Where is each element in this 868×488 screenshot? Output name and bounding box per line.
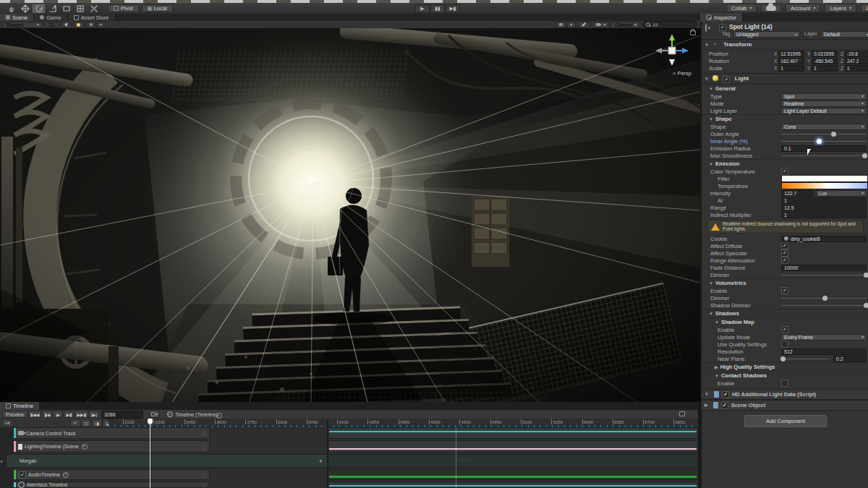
range-attenuation-checkbox[interactable]: ✓ <box>781 257 788 264</box>
enable-checkbox[interactable]: ✓ <box>781 326 788 333</box>
cloud-button[interactable] <box>761 4 781 12</box>
mode-dropdown[interactable]: Realtime▾ <box>781 100 867 107</box>
layer-dropdown[interactable]: Default▾ <box>821 31 868 38</box>
slider-thumb[interactable] <box>862 153 867 158</box>
max-smoothness-slider[interactable] <box>781 153 867 159</box>
light-header[interactable]: Light <box>735 75 749 82</box>
range-field[interactable]: 12.5 <box>781 205 867 211</box>
fade-distance-field[interactable]: 10000 <box>781 265 867 271</box>
track-menu-icon[interactable]: ⋮ <box>201 430 206 436</box>
fold-icon[interactable]: ▶ <box>715 365 718 369</box>
intensity-field[interactable]: 122.7 <box>781 190 813 197</box>
preview-toggle[interactable]: Preview <box>2 411 27 418</box>
cookie-object-field[interactable]: dirty_cookieB <box>781 236 867 242</box>
curves-view-icon[interactable]: ≈ <box>70 419 80 427</box>
account-dropdown[interactable]: Account ▾ <box>786 4 820 12</box>
tab-timeline[interactable]: Timeline <box>0 402 40 410</box>
shape-dropdown[interactable]: Cone▾ <box>781 124 867 130</box>
previous-frame-button[interactable]: ▮◀ <box>42 411 52 418</box>
enable-checkbox[interactable]: ✓ <box>781 287 788 294</box>
track-mute-checkbox[interactable]: ✓ <box>19 471 26 479</box>
at-field[interactable]: 1 <box>781 197 867 204</box>
track-menu-icon[interactable]: ⋮ <box>201 482 206 488</box>
timeline-breadcrumb[interactable]: Timeline (Timeline) <box>164 411 218 417</box>
track-header-camera-control-track[interactable]: Camera Control Track⋮ <box>13 427 210 439</box>
track-clip-morgan[interactable]: ····· <box>329 454 697 468</box>
add-component-button[interactable]: Add Component <box>744 415 827 427</box>
custom-tool-icon[interactable] <box>88 4 100 13</box>
tab-game[interactable]: Game <box>34 14 67 21</box>
component-enable-checkbox[interactable]: ✓ <box>721 402 728 409</box>
timeline-options-button[interactable]: ▾ <box>149 411 160 418</box>
shadow-dimmer-slider[interactable] <box>781 302 867 309</box>
type-dropdown[interactable]: Spot▾ <box>781 93 867 100</box>
effects-dropdown[interactable]: 0 ▾ <box>86 22 106 28</box>
camera-view-dropdown[interactable]: ▾ <box>592 22 609 28</box>
fold-icon[interactable]: ▼ <box>709 117 713 121</box>
section-header-volumetrics[interactable]: ▼Volumetrics <box>702 278 868 287</box>
tag-dropdown[interactable]: Untagged▾ <box>733 31 800 38</box>
dimmer-slider[interactable] <box>781 295 867 301</box>
play-range-button[interactable]: [▶] <box>89 411 99 418</box>
slider-thumb[interactable] <box>822 296 827 301</box>
pivot-button[interactable]: Pivot <box>108 4 139 12</box>
fold-icon[interactable]: ▶ <box>705 401 708 410</box>
scale-tool-icon[interactable] <box>46 4 59 13</box>
near-plane-field[interactable]: 0.2 <box>833 356 867 362</box>
slider-thumb[interactable] <box>864 303 868 308</box>
track-settings-icon[interactable] <box>63 472 69 478</box>
section-header-contact-shadows[interactable]: ▼Contact Shadows <box>702 371 868 380</box>
position-x-field[interactable]: 12.51995 <box>778 51 804 57</box>
scale-z-field[interactable]: 1 <box>845 65 868 72</box>
frame-field[interactable]: 3286 <box>101 411 143 419</box>
track-clip-audiotimeline[interactable] <box>329 469 697 480</box>
hand-tool-icon[interactable] <box>5 4 17 13</box>
dimmer-slider[interactable] <box>781 272 867 278</box>
rotation-x-field[interactable]: 162.407 <box>778 58 804 64</box>
affect-diffuse-checkbox[interactable]: ✓ <box>781 242 788 249</box>
section-header-high-quality-settings[interactable]: ▶High Quality Settings <box>702 362 868 371</box>
inner-angle--slider[interactable] <box>781 138 867 145</box>
go-to-start-button[interactable]: ▮◀◀ <box>28 411 42 418</box>
rotation-y-field[interactable]: -450.545 <box>812 58 838 64</box>
timeline-gear-icon[interactable] <box>216 413 222 419</box>
affect-specular-checkbox[interactable]: ✓ <box>781 249 788 257</box>
play-button[interactable]: ▶ <box>415 4 430 13</box>
edit-mode-mix-icon[interactable]: ◫ <box>81 419 91 427</box>
scene-search-input[interactable]: All <box>642 21 697 28</box>
shading-mode-dropdown[interactable]: Shaded ▾ <box>2 22 43 28</box>
local-button[interactable]: Local <box>142 4 173 12</box>
track-menu-icon[interactable]: ⋮ <box>201 444 206 450</box>
2d-toggle[interactable]: 2D <box>45 22 59 28</box>
scene-lock-icon[interactable] <box>690 30 696 35</box>
scale-y-field[interactable]: 1 <box>812 65 838 72</box>
temperature-gradient-slider[interactable] <box>781 182 868 189</box>
camera-count-dropdown[interactable]: 1 ▾ <box>556 22 576 28</box>
fold-icon[interactable]: ▼ <box>715 374 719 378</box>
transform-fold-icon[interactable]: ▼ <box>705 43 709 47</box>
rect-tool-icon[interactable] <box>60 4 72 13</box>
section-header-general[interactable]: ▼General <box>702 84 868 93</box>
section-header-shadow-map[interactable]: ▼Shadow Map <box>702 317 868 326</box>
section-header-shape[interactable]: ▼Shape <box>702 114 868 123</box>
object-name[interactable]: Spot Light (14) <box>729 23 773 30</box>
layers-dropdown[interactable]: Layers ▾ <box>825 4 856 12</box>
transform-tool-icon[interactable] <box>74 4 86 13</box>
indirect-multiplier-field[interactable]: 1 <box>781 212 867 218</box>
object-enable-checkbox[interactable]: ✓ <box>719 24 726 31</box>
resolution-field[interactable]: 512 <box>781 348 867 355</box>
position-z-field[interactable]: -19.8 <box>845 51 868 57</box>
tab-inspector[interactable]: Inspector <box>700 13 743 22</box>
slider-thumb[interactable] <box>864 273 868 278</box>
track-header-alembics-timeline[interactable]: Alembics Timeline⋮ <box>13 481 210 488</box>
transform-header[interactable]: Transform <box>723 41 752 48</box>
near-plane-slider[interactable] <box>781 356 829 362</box>
tab-asset-store[interactable]: Asset Store <box>68 14 116 21</box>
position-y-field[interactable]: 0.021595 <box>812 51 838 57</box>
add-track-button[interactable]: +▾ <box>2 419 12 427</box>
playhead-line[interactable] <box>150 419 150 488</box>
lighting-toggle[interactable] <box>73 22 84 28</box>
layout-dropdown[interactable]: Layout <box>861 4 868 12</box>
slider-thumb[interactable] <box>817 139 822 144</box>
use-quality-settings-checkbox[interactable] <box>781 341 788 348</box>
